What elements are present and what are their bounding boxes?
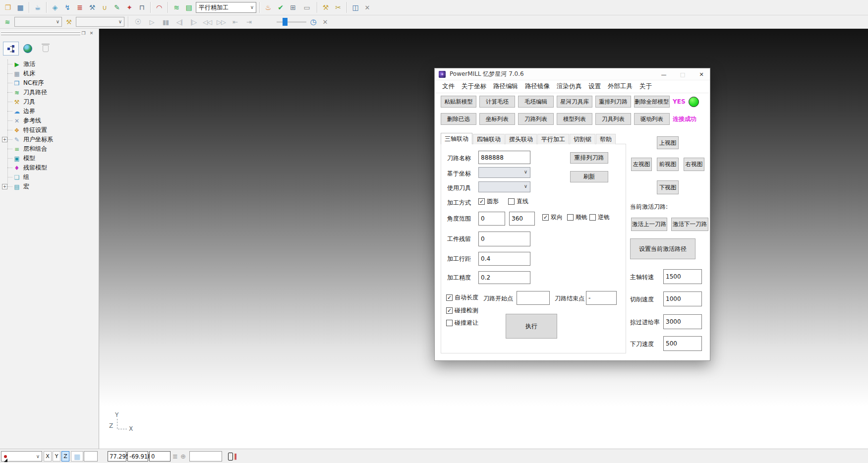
step-forward-icon[interactable]: |▷ bbox=[187, 18, 199, 26]
tree-item-levels-sets[interactable]: ≡层和组合 bbox=[4, 144, 95, 154]
bottom-view-button[interactable]: 下视图 bbox=[657, 180, 679, 194]
tab-4axis[interactable]: 四轴联动 bbox=[473, 134, 505, 144]
tree-item-models[interactable]: ▣模型 bbox=[4, 154, 95, 163]
angle-to-input[interactable] bbox=[509, 212, 535, 226]
bulb-icon[interactable]: ☉ bbox=[132, 17, 144, 26]
step-back-icon[interactable]: ◁| bbox=[174, 18, 185, 26]
float-panel-icon[interactable]: ❐ bbox=[80, 30, 87, 36]
end-point-input[interactable] bbox=[586, 291, 617, 305]
axis-x-button[interactable]: X bbox=[44, 451, 52, 462]
menu-coords[interactable]: 关于坐标 bbox=[458, 80, 490, 93]
tree-item-patterns[interactable]: ✕参考线 bbox=[4, 116, 95, 125]
tree-item-toolpaths[interactable]: ≋刀具路径 bbox=[4, 88, 95, 97]
sim-toolpath-dropdown[interactable]: ∨ bbox=[14, 17, 62, 27]
left-view-button[interactable]: 左视图 bbox=[631, 158, 652, 171]
conventional-mill-checkbox[interactable]: 逆铣 bbox=[589, 213, 610, 222]
plunge-feed-input[interactable] bbox=[663, 336, 702, 351]
coordinate-x-value[interactable]: 77.2951 bbox=[108, 451, 126, 462]
block-icon[interactable]: ◈ bbox=[50, 2, 60, 13]
sim-toolpath-icon[interactable]: ≋ bbox=[2, 17, 12, 27]
bidirectional-checkbox[interactable]: ✓双向 bbox=[542, 213, 563, 222]
tool-library-button[interactable]: 星河刀具库 bbox=[557, 96, 592, 108]
execute-button[interactable]: 执行 bbox=[506, 314, 557, 339]
tree-item-activate[interactable]: ▶激活 bbox=[4, 59, 95, 69]
pattern-icon[interactable]: ∪ bbox=[99, 2, 110, 13]
climb-mill-checkbox[interactable]: 顺铣 bbox=[567, 213, 587, 222]
right-view-button[interactable]: 右视图 bbox=[684, 158, 704, 171]
menu-about[interactable]: 关于 bbox=[636, 80, 655, 93]
curve-editor-icon[interactable]: ✎ bbox=[112, 2, 122, 13]
explorer-tab-trash[interactable] bbox=[38, 42, 54, 56]
tab-parallel[interactable]: 平行加工 bbox=[537, 134, 569, 144]
skip-end-icon[interactable]: ⇥ bbox=[243, 18, 255, 26]
sim-speed-slider[interactable] bbox=[277, 17, 306, 26]
stepover-input[interactable] bbox=[478, 252, 530, 266]
close-button[interactable]: ✕ bbox=[692, 68, 711, 80]
based-coord-dropdown[interactable]: ∨ bbox=[478, 167, 530, 178]
panel-grip[interactable] bbox=[1, 34, 80, 35]
expander-icon[interactable] bbox=[2, 156, 7, 161]
slider-handle[interactable] bbox=[283, 18, 288, 26]
use-tool-dropdown[interactable]: ∨ bbox=[478, 181, 530, 192]
minimize-button[interactable]: — bbox=[654, 68, 673, 80]
clock-icon[interactable]: ◷ bbox=[308, 17, 318, 27]
close-sim-toolbar-icon[interactable]: ✕ bbox=[320, 17, 330, 27]
coordinate-y-value[interactable]: -69.918 bbox=[127, 451, 148, 462]
set-active-path-button[interactable]: 设置当前激活路径 bbox=[630, 238, 695, 259]
stock-remain-input[interactable] bbox=[478, 232, 530, 246]
delete-selected-button[interactable]: 删除已选 bbox=[441, 113, 476, 125]
axis-y-button[interactable]: Y bbox=[53, 451, 60, 462]
maximize-button[interactable]: □ bbox=[673, 68, 692, 80]
tree-item-workplanes[interactable]: +✎用户坐标系 bbox=[4, 135, 95, 144]
rearrange-button[interactable]: 重排列刀路 bbox=[570, 152, 608, 164]
menu-file[interactable]: 文件 bbox=[439, 80, 458, 93]
close-toolbar-icon[interactable]: ✕ bbox=[362, 2, 372, 12]
angle-from-input[interactable] bbox=[478, 212, 505, 226]
skip-start-icon[interactable]: ⇤ bbox=[229, 18, 241, 26]
tab-swivel-head[interactable]: 摆头联动 bbox=[505, 134, 537, 144]
panel-grip[interactable] bbox=[1, 31, 80, 33]
save-project-icon[interactable]: ▦ bbox=[15, 2, 26, 13]
resize-grip-icon[interactable] bbox=[4, 459, 7, 462]
expander-icon[interactable]: + bbox=[2, 137, 7, 142]
menu-path-edit[interactable]: 路径编辑 bbox=[490, 80, 521, 93]
tool-list-button[interactable]: 刀具列表 bbox=[595, 113, 631, 125]
expander-icon[interactable] bbox=[2, 118, 7, 123]
toolpath-settings-icon[interactable]: ▤ bbox=[183, 2, 194, 13]
compare-cylinders-icon[interactable]: ◫ bbox=[350, 2, 361, 13]
tool-change-icon[interactable]: ⚒ bbox=[320, 2, 331, 13]
explorer-tab-globe[interactable] bbox=[20, 42, 36, 56]
tolerance-input[interactable] bbox=[478, 271, 530, 284]
tab-saw[interactable]: 切割锯 bbox=[570, 134, 595, 144]
tool-icon[interactable]: ⚒ bbox=[87, 2, 98, 13]
toolpath-name-input[interactable] bbox=[478, 151, 530, 164]
calculator-icon[interactable]: ⊞ bbox=[288, 2, 298, 13]
rapid-heights-icon[interactable]: ↯ bbox=[62, 2, 73, 13]
mode-line-checkbox[interactable]: 直线 bbox=[508, 197, 528, 206]
menu-settings[interactable]: 设置 bbox=[585, 80, 604, 93]
top-view-button[interactable]: 上视图 bbox=[657, 136, 679, 149]
auto-length-checkbox[interactable]: ✓自动长度 bbox=[446, 293, 478, 302]
cutting-feed-input[interactable] bbox=[663, 291, 702, 306]
toolpath-list-button[interactable]: 刀路列表 bbox=[518, 113, 554, 125]
collision-check-icon[interactable]: ◠ bbox=[154, 2, 165, 13]
calc-block-button[interactable]: 计算毛坯 bbox=[479, 96, 515, 108]
model-list-button[interactable]: 模型列表 bbox=[557, 113, 592, 125]
strategy-dropdown[interactable]: 平行精加工 ∨ bbox=[196, 2, 256, 13]
tab-3axis[interactable]: 三轴联动 bbox=[441, 133, 472, 144]
sim-tool-dropdown[interactable]: ∨ bbox=[76, 17, 124, 27]
grid-snap-button[interactable]: ▦ bbox=[71, 451, 83, 462]
play-icon[interactable]: ▷ bbox=[146, 18, 158, 26]
expander-icon[interactable] bbox=[2, 165, 7, 171]
tree-item-macros[interactable]: +▤宏 bbox=[4, 182, 95, 191]
activate-next-toolpath-button[interactable]: 激活下一刀路 bbox=[671, 218, 708, 231]
spindle-speed-input[interactable] bbox=[663, 269, 702, 284]
expander-icon[interactable]: + bbox=[2, 184, 7, 189]
menu-external-tools[interactable]: 外部工具 bbox=[604, 80, 636, 93]
open-project-icon[interactable]: ❐ bbox=[2, 2, 13, 13]
expander-icon[interactable] bbox=[2, 174, 7, 180]
rearrange-toolpaths-button[interactable]: 重排列刀路 bbox=[595, 96, 631, 108]
mode-circle-checkbox[interactable]: ✓圆形 bbox=[478, 197, 499, 206]
menu-path-mirror[interactable]: 路径镜像 bbox=[521, 80, 553, 93]
tool-verify-icon[interactable]: ✔ bbox=[275, 2, 286, 13]
